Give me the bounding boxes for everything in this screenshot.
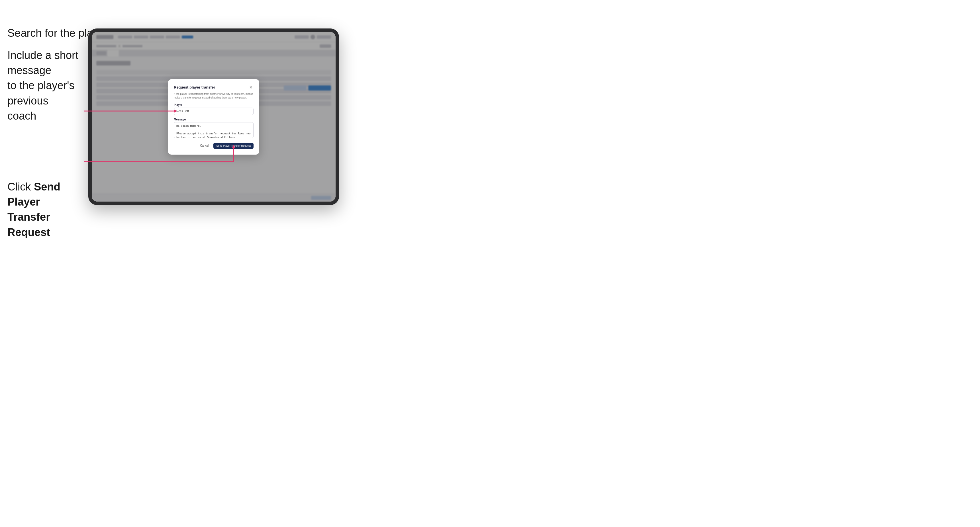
- message-textarea[interactable]: Hi Coach McHarg, Please accept this tran…: [174, 122, 253, 138]
- modal-overlay: Request player transfer ✕ If the player …: [92, 32, 336, 202]
- player-field-label: Player: [174, 103, 253, 106]
- request-transfer-modal: Request player transfer ✕ If the player …: [168, 79, 259, 155]
- tablet-device: Request player transfer ✕ If the player …: [88, 29, 339, 205]
- modal-title: Request player transfer: [174, 85, 215, 89]
- annotation-click: Click Send PlayerTransfer Request: [7, 179, 87, 240]
- tablet-screen: Request player transfer ✕ If the player …: [92, 32, 336, 202]
- message-field-label: Message: [174, 118, 253, 121]
- modal-header: Request player transfer ✕: [174, 85, 253, 90]
- annotation-message: Include a short messageto the player's p…: [7, 48, 81, 124]
- modal-description: If the player is transferring from anoth…: [174, 92, 253, 100]
- modal-close-button[interactable]: ✕: [248, 85, 253, 90]
- cancel-button[interactable]: Cancel: [198, 143, 211, 148]
- send-transfer-request-button[interactable]: Send Player Transfer Request: [213, 143, 253, 149]
- modal-footer: Cancel Send Player Transfer Request: [174, 143, 253, 149]
- player-search-input[interactable]: [174, 108, 253, 115]
